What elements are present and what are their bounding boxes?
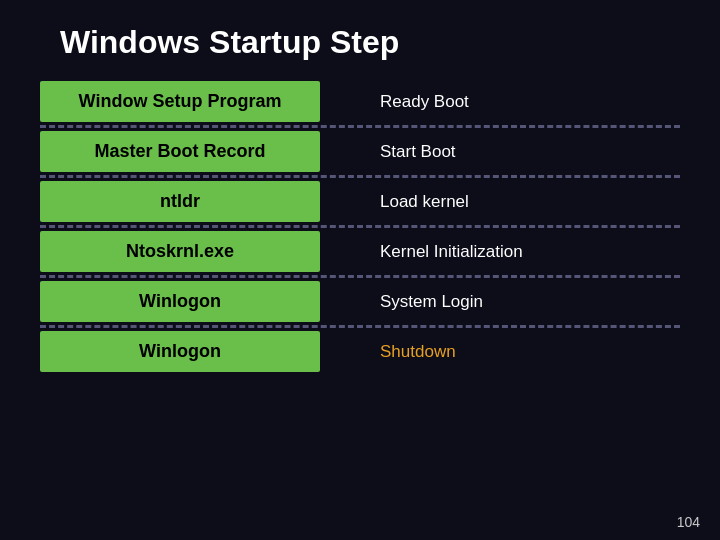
row-4: Winlogon System Login	[40, 281, 680, 322]
step-box-2: ntldr	[40, 181, 320, 222]
step-box-4: Winlogon	[40, 281, 320, 322]
row-5: Winlogon Shutdown	[40, 331, 680, 372]
row-2: ntldr Load kernel	[40, 181, 680, 222]
step-box-5: Winlogon	[40, 331, 320, 372]
divider-2	[40, 225, 680, 228]
step-label-5: Shutdown	[380, 342, 456, 362]
step-label-1: Start Boot	[380, 142, 456, 162]
step-box-1: Master Boot Record	[40, 131, 320, 172]
page-title: Windows Startup Step	[0, 0, 720, 71]
step-box-3: Ntoskrnl.exe	[40, 231, 320, 272]
divider-3	[40, 275, 680, 278]
step-label-0: Ready Boot	[380, 92, 469, 112]
step-label-3: Kernel Initialization	[380, 242, 523, 262]
step-label-2: Load kernel	[380, 192, 469, 212]
step-box-0: Window Setup Program	[40, 81, 320, 122]
row-1: Master Boot Record Start Boot	[40, 131, 680, 172]
divider-0	[40, 125, 680, 128]
row-0: Window Setup Program Ready Boot	[40, 81, 680, 122]
divider-4	[40, 325, 680, 328]
rows-container: Window Setup Program Ready Boot Master B…	[0, 71, 720, 372]
slide: Windows Startup Step Window Setup Progra…	[0, 0, 720, 540]
divider-1	[40, 175, 680, 178]
row-3: Ntoskrnl.exe Kernel Initialization	[40, 231, 680, 272]
step-label-4: System Login	[380, 292, 483, 312]
page-number: 104	[677, 514, 700, 530]
